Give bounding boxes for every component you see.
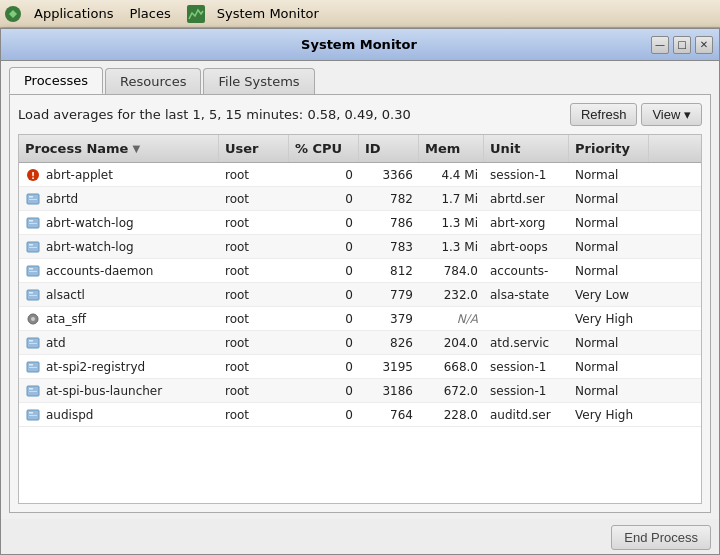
process-icon	[25, 407, 41, 423]
applications-menu[interactable]: Applications	[26, 4, 121, 23]
tab-processes[interactable]: Processes	[9, 67, 103, 94]
td-id: 779	[359, 283, 419, 306]
table-row[interactable]: abrt-watch-log root 0 783 1.3 Mi abrt-oo…	[19, 235, 701, 259]
table-row[interactable]: abrtd root 0 782 1.7 Mi abrtd.ser Normal	[19, 187, 701, 211]
process-icon	[25, 359, 41, 375]
td-user: root	[219, 403, 289, 426]
td-mem: N/A	[419, 307, 484, 330]
tab-filesystems[interactable]: File Systems	[203, 68, 314, 94]
refresh-button[interactable]: Refresh	[570, 103, 638, 126]
td-unit: abrt-oops	[484, 235, 569, 258]
table-row[interactable]: atd root 0 826 204.0 atd.servic Normal	[19, 331, 701, 355]
process-table: Process Name ▼ User % CPU ID Mem	[18, 134, 702, 504]
td-cpu: 0	[289, 259, 359, 282]
svg-rect-14	[29, 268, 33, 270]
table-row[interactable]: alsactl root 0 779 232.0 alsa-state Very…	[19, 283, 701, 307]
td-user: root	[219, 211, 289, 234]
table-row[interactable]: at-spi2-registryd root 0 3195 668.0 sess…	[19, 355, 701, 379]
table-row[interactable]: ata_sff root 0 379 N/A Very High	[19, 307, 701, 331]
process-icon	[25, 191, 41, 207]
col-unit[interactable]: Unit	[484, 135, 569, 162]
td-id: 786	[359, 211, 419, 234]
places-menu[interactable]: Places	[121, 4, 178, 23]
td-cpu: 0	[289, 235, 359, 258]
table-row[interactable]: abrt-watch-log root 0 786 1.3 Mi abrt-xo…	[19, 211, 701, 235]
main-window: System Monitor — □ ✕ Processes Resources…	[0, 28, 720, 555]
col-mem[interactable]: Mem	[419, 135, 484, 162]
td-user: root	[219, 331, 289, 354]
process-icon	[25, 263, 41, 279]
td-mem: 1.7 Mi	[419, 187, 484, 210]
svg-rect-5	[29, 196, 33, 198]
td-id: 812	[359, 259, 419, 282]
td-mem: 668.0	[419, 355, 484, 378]
col-cpu[interactable]: % CPU	[289, 135, 359, 162]
minimize-button[interactable]: —	[651, 36, 669, 54]
maximize-button[interactable]: □	[673, 36, 691, 54]
td-unit: atd.servic	[484, 331, 569, 354]
td-id: 826	[359, 331, 419, 354]
process-icon	[25, 335, 41, 351]
col-user[interactable]: User	[219, 135, 289, 162]
svg-rect-32	[29, 415, 37, 416]
table-row[interactable]: !abrt-applet root 0 3366 4.4 Mi session-…	[19, 163, 701, 187]
app-icon	[4, 5, 22, 23]
td-unit: accounts-	[484, 259, 569, 282]
td-unit: session-1	[484, 379, 569, 402]
close-button[interactable]: ✕	[695, 36, 713, 54]
table-row[interactable]: accounts-daemon root 0 812 784.0 account…	[19, 259, 701, 283]
td-priority: Normal	[569, 379, 649, 402]
window-title: System Monitor	[67, 37, 651, 52]
table-row[interactable]: at-spi-bus-launcher root 0 3186 672.0 se…	[19, 379, 701, 403]
svg-rect-23	[29, 343, 37, 344]
td-name: !abrt-applet	[19, 163, 219, 186]
svg-rect-8	[29, 220, 33, 222]
td-name: at-spi-bus-launcher	[19, 379, 219, 402]
td-priority: Normal	[569, 259, 649, 282]
td-name: abrt-watch-log	[19, 211, 219, 234]
td-cpu: 0	[289, 307, 359, 330]
td-unit: alsa-state	[484, 283, 569, 306]
tab-resources[interactable]: Resources	[105, 68, 201, 94]
table-row[interactable]: audispd root 0 764 228.0 auditd.ser Very…	[19, 403, 701, 427]
svg-rect-28	[29, 388, 33, 390]
toolbar-controls: Refresh View ▾	[570, 103, 702, 126]
td-cpu: 0	[289, 163, 359, 186]
td-id: 379	[359, 307, 419, 330]
td-name: ata_sff	[19, 307, 219, 330]
td-unit: auditd.ser	[484, 403, 569, 426]
process-icon	[25, 239, 41, 255]
process-icon	[25, 287, 41, 303]
td-id: 783	[359, 235, 419, 258]
table-header: Process Name ▼ User % CPU ID Mem	[19, 135, 701, 163]
td-user: root	[219, 379, 289, 402]
sysmon-menu[interactable]: System Monitor	[209, 4, 327, 23]
end-process-button[interactable]: End Process	[611, 525, 711, 550]
td-cpu: 0	[289, 403, 359, 426]
svg-rect-6	[29, 199, 37, 200]
td-id: 3186	[359, 379, 419, 402]
td-priority: Very High	[569, 307, 649, 330]
td-name: abrtd	[19, 187, 219, 210]
td-user: root	[219, 187, 289, 210]
td-priority: Normal	[569, 187, 649, 210]
td-name: atd	[19, 331, 219, 354]
td-priority: Normal	[569, 331, 649, 354]
td-user: root	[219, 307, 289, 330]
load-averages-row: Load averages for the last 1, 5, 15 minu…	[18, 103, 702, 126]
view-button[interactable]: View ▾	[641, 103, 702, 126]
svg-rect-18	[29, 295, 37, 296]
process-icon: !	[25, 167, 41, 183]
td-mem: 4.4 Mi	[419, 163, 484, 186]
svg-rect-26	[29, 367, 37, 368]
col-priority[interactable]: Priority	[569, 135, 649, 162]
col-id[interactable]: ID	[359, 135, 419, 162]
process-icon	[25, 311, 41, 327]
td-unit	[484, 307, 569, 330]
td-priority: Normal	[569, 235, 649, 258]
td-cpu: 0	[289, 283, 359, 306]
td-priority: Normal	[569, 355, 649, 378]
td-mem: 1.3 Mi	[419, 235, 484, 258]
table-body[interactable]: !abrt-applet root 0 3366 4.4 Mi session-…	[19, 163, 701, 503]
col-name[interactable]: Process Name ▼	[19, 135, 219, 162]
